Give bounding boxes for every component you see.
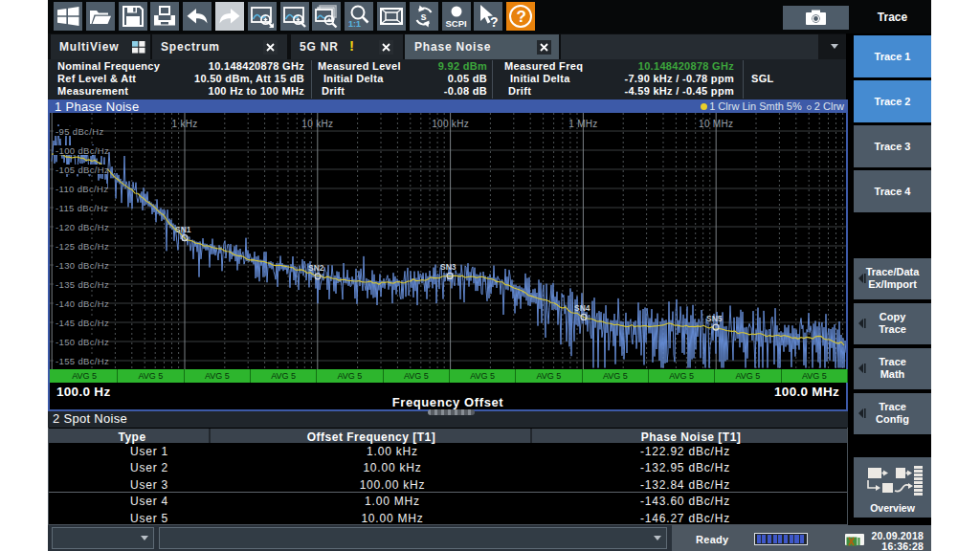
svg-text:SN5: SN5 (706, 314, 723, 323)
svg-text:-130 dBc/Hz: -130 dBc/Hz (56, 260, 109, 271)
svg-text:-120 dBc/Hz: -120 dBc/Hz (56, 222, 109, 232)
svg-text:1 MHz: 1 MHz (568, 119, 597, 129)
svg-text:10 kHz: 10 kHz (301, 119, 333, 129)
svg-text:-125 dBc/Hz: -125 dBc/Hz (56, 241, 109, 252)
svg-text:-95 dBc/Hz: -95 dBc/Hz (56, 126, 104, 137)
svg-text:SN4: SN4 (574, 303, 590, 313)
svg-text:-115 dBc/Hz: -115 dBc/Hz (56, 203, 108, 213)
svg-text:-105 dBc/Hz: -105 dBc/Hz (56, 165, 109, 175)
svg-text:-140 dBc/Hz: -140 dBc/Hz (56, 298, 109, 309)
svg-text:SN3: SN3 (440, 262, 457, 272)
svg-text:1:1: 1:1 (348, 19, 361, 29)
svg-text:SCPI: SCPI (445, 18, 466, 29)
svg-text:SN2: SN2 (308, 263, 324, 273)
svg-text:-100 dBc/Hz: -100 dBc/Hz (56, 145, 109, 156)
svg-text:-145 dBc/Hz: -145 dBc/Hz (56, 318, 109, 328)
svg-text:1 kHz: 1 kHz (171, 119, 197, 129)
svg-text:100 kHz: 100 kHz (432, 119, 469, 129)
svg-text:SN1: SN1 (175, 225, 191, 234)
svg-text:s: s (420, 11, 426, 22)
svg-text:-155 dBc/Hz: -155 dBc/Hz (56, 356, 109, 366)
svg-text:?: ? (490, 14, 499, 30)
svg-text:-110 dBc/Hz: -110 dBc/Hz (56, 184, 108, 194)
svg-text:?: ? (517, 8, 526, 26)
svg-text:10 MHz: 10 MHz (699, 119, 733, 129)
svg-text:-150 dBc/Hz: -150 dBc/Hz (56, 337, 109, 347)
svg-text:-135 dBc/Hz: -135 dBc/Hz (56, 279, 109, 290)
